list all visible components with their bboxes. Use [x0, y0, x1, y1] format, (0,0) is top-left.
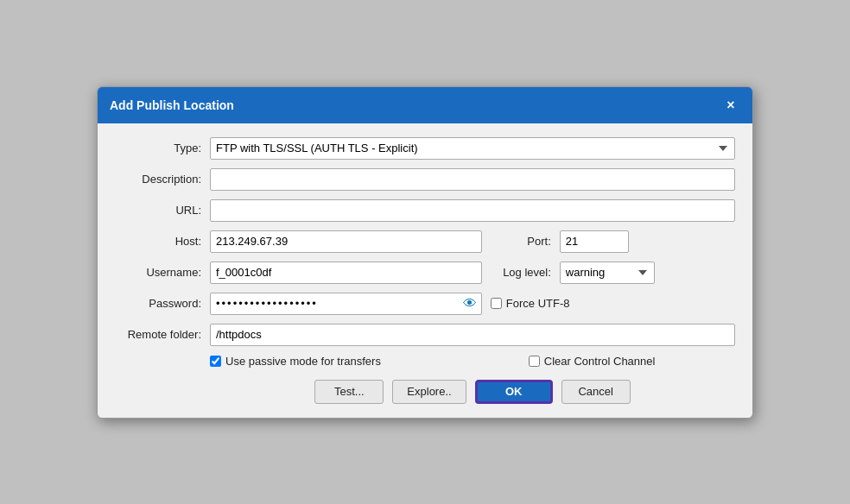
passive-mode-section: Use passive mode for transfers — [210, 355, 520, 368]
password-input[interactable] — [210, 293, 482, 315]
force-utf8-label[interactable]: Force UTF-8 — [491, 297, 570, 310]
clear-channel-label[interactable]: Clear Control Channel — [529, 355, 656, 368]
username-label: Username: — [115, 266, 210, 279]
passive-mode-checkbox[interactable] — [210, 356, 221, 367]
test-button[interactable]: Test... — [314, 380, 384, 404]
add-publish-location-dialog: Add Publish Location × Type: FTP with TL… — [97, 86, 753, 419]
description-label: Description: — [115, 173, 210, 186]
ok-button[interactable]: OK — [475, 380, 553, 404]
description-row: Description: — [115, 168, 735, 191]
host-section: Host: — [115, 230, 482, 253]
url-label: URL: — [115, 204, 210, 217]
port-section: Port: — [491, 230, 735, 253]
remote-folder-input[interactable] — [210, 324, 735, 346]
remote-folder-label: Remote folder: — [115, 328, 210, 341]
remote-folder-row: Remote folder: — [115, 324, 735, 346]
loglevel-section: Log level: warning debug info error — [491, 261, 735, 284]
button-row: Test... Explore.. OK Cancel — [210, 380, 735, 404]
url-row: URL: — [115, 199, 735, 222]
loglevel-select[interactable]: warning debug info error — [560, 261, 655, 284]
force-utf8-section: Force UTF-8 — [491, 297, 735, 310]
host-input[interactable] — [210, 230, 482, 253]
url-input[interactable] — [210, 199, 735, 222]
username-input[interactable] — [210, 261, 482, 284]
port-input[interactable] — [560, 230, 629, 253]
username-section: Username: — [115, 261, 482, 284]
username-loglevel-row: Username: Log level: warning debug info … — [115, 261, 735, 284]
loglevel-label: Log level: — [491, 266, 560, 279]
type-row: Type: FTP with TLS/SSL (AUTH TLS - Expli… — [115, 137, 735, 160]
options-row: Use passive mode for transfers Clear Con… — [210, 355, 735, 368]
dialog-body: Type: FTP with TLS/SSL (AUTH TLS - Expli… — [98, 123, 752, 418]
cancel-button[interactable]: Cancel — [561, 380, 631, 404]
password-wrapper: 👁 — [210, 293, 482, 315]
show-password-icon[interactable]: 👁 — [463, 296, 477, 312]
passive-mode-label[interactable]: Use passive mode for transfers — [210, 355, 381, 368]
description-input[interactable] — [210, 168, 735, 191]
close-button[interactable]: × — [721, 96, 740, 115]
dialog-title: Add Publish Location — [110, 98, 234, 112]
password-label: Password: — [115, 297, 210, 310]
type-select[interactable]: FTP with TLS/SSL (AUTH TLS - Explicit) F… — [210, 137, 735, 160]
port-label: Port: — [491, 235, 560, 248]
host-label: Host: — [115, 235, 210, 248]
title-bar: Add Publish Location × — [98, 87, 752, 123]
explore-button[interactable]: Explore.. — [392, 380, 466, 404]
type-label: Type: — [115, 142, 210, 154]
clear-channel-section: Clear Control Channel — [529, 355, 735, 368]
force-utf8-checkbox[interactable] — [491, 298, 502, 309]
host-port-row: Host: Port: — [115, 230, 735, 253]
password-section: Password: 👁 — [115, 293, 482, 315]
clear-channel-checkbox[interactable] — [529, 356, 540, 367]
password-utf8-row: Password: 👁 Force UTF-8 — [115, 293, 735, 315]
